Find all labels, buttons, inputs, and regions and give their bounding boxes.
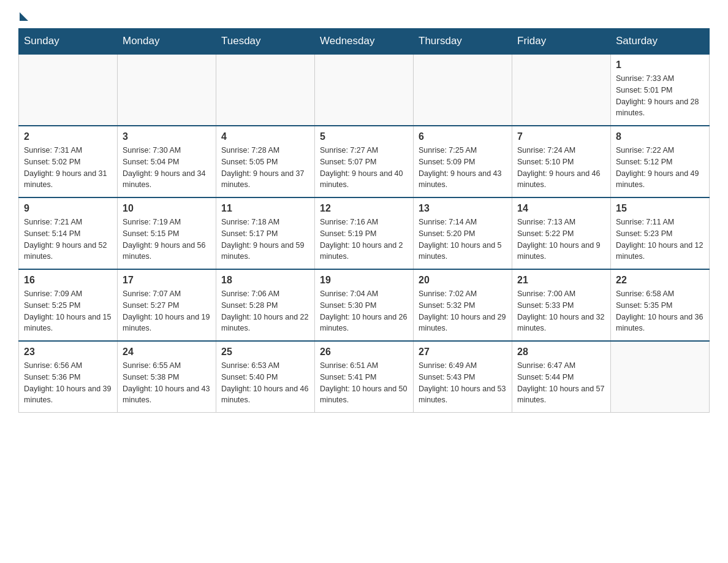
day-number: 9 [24, 203, 112, 214]
calendar-week-1: 1Sunrise: 7:33 AMSunset: 5:01 PMDaylight… [19, 54, 710, 126]
calendar-cell: 20Sunrise: 7:02 AMSunset: 5:32 PMDayligh… [414, 269, 512, 341]
logo-arrow-icon [20, 12, 28, 21]
calendar-cell: 2Sunrise: 7:31 AMSunset: 5:02 PMDaylight… [19, 126, 118, 197]
day-number: 17 [123, 275, 211, 286]
calendar-cell: 14Sunrise: 7:13 AMSunset: 5:22 PMDayligh… [512, 197, 611, 269]
header-day-tuesday: Tuesday [216, 29, 315, 55]
day-info: Sunrise: 7:02 AMSunset: 5:32 PMDaylight:… [419, 288, 507, 334]
day-info: Sunrise: 7:22 AMSunset: 5:12 PMDaylight:… [616, 145, 704, 191]
day-number: 14 [517, 203, 605, 214]
calendar-cell: 11Sunrise: 7:18 AMSunset: 5:17 PMDayligh… [216, 197, 315, 269]
day-info: Sunrise: 7:14 AMSunset: 5:20 PMDaylight:… [419, 216, 507, 262]
day-info: Sunrise: 7:16 AMSunset: 5:19 PMDaylight:… [320, 216, 408, 262]
day-number: 4 [221, 131, 309, 142]
day-info: Sunrise: 6:49 AMSunset: 5:43 PMDaylight:… [419, 360, 507, 406]
day-info: Sunrise: 7:09 AMSunset: 5:25 PMDaylight:… [24, 288, 112, 334]
calendar-cell: 17Sunrise: 7:07 AMSunset: 5:27 PMDayligh… [118, 269, 216, 341]
header-day-wednesday: Wednesday [315, 29, 414, 55]
calendar-cell: 16Sunrise: 7:09 AMSunset: 5:25 PMDayligh… [19, 269, 118, 341]
day-number: 19 [320, 275, 408, 286]
calendar-cell [216, 54, 315, 126]
header-row: SundayMondayTuesdayWednesdayThursdayFrid… [19, 29, 710, 55]
header-day-saturday: Saturday [611, 29, 710, 55]
day-info: Sunrise: 7:27 AMSunset: 5:07 PMDaylight:… [320, 145, 408, 191]
day-number: 10 [123, 203, 211, 214]
day-number: 3 [123, 131, 211, 142]
day-info: Sunrise: 7:28 AMSunset: 5:05 PMDaylight:… [221, 145, 309, 191]
calendar-cell: 25Sunrise: 6:53 AMSunset: 5:40 PMDayligh… [216, 341, 315, 413]
calendar-cell: 28Sunrise: 6:47 AMSunset: 5:44 PMDayligh… [512, 341, 611, 413]
day-info: Sunrise: 7:30 AMSunset: 5:04 PMDaylight:… [123, 145, 211, 191]
calendar-cell [512, 54, 611, 126]
day-number: 18 [221, 275, 309, 286]
day-info: Sunrise: 7:24 AMSunset: 5:10 PMDaylight:… [517, 145, 605, 191]
calendar-cell: 1Sunrise: 7:33 AMSunset: 5:01 PMDaylight… [611, 54, 710, 126]
day-number: 24 [123, 347, 211, 358]
day-number: 16 [24, 275, 112, 286]
calendar-cell: 3Sunrise: 7:30 AMSunset: 5:04 PMDaylight… [118, 126, 216, 197]
day-number: 5 [320, 131, 408, 142]
calendar-cell [611, 341, 710, 413]
day-number: 7 [517, 131, 605, 142]
day-info: Sunrise: 6:47 AMSunset: 5:44 PMDaylight:… [517, 360, 605, 406]
day-number: 25 [221, 347, 309, 358]
day-info: Sunrise: 7:18 AMSunset: 5:17 PMDaylight:… [221, 216, 309, 262]
day-info: Sunrise: 6:56 AMSunset: 5:36 PMDaylight:… [24, 360, 112, 406]
calendar-cell: 8Sunrise: 7:22 AMSunset: 5:12 PMDaylight… [611, 126, 710, 197]
day-number: 15 [616, 203, 704, 214]
header-day-monday: Monday [118, 29, 216, 55]
day-info: Sunrise: 6:58 AMSunset: 5:35 PMDaylight:… [616, 288, 704, 334]
day-number: 23 [24, 347, 112, 358]
day-info: Sunrise: 7:33 AMSunset: 5:01 PMDaylight:… [616, 73, 704, 119]
calendar-cell: 10Sunrise: 7:19 AMSunset: 5:15 PMDayligh… [118, 197, 216, 269]
header-day-sunday: Sunday [19, 29, 118, 55]
calendar-cell: 6Sunrise: 7:25 AMSunset: 5:09 PMDaylight… [414, 126, 512, 197]
calendar-cell: 4Sunrise: 7:28 AMSunset: 5:05 PMDaylight… [216, 126, 315, 197]
logo [18, 12, 28, 16]
calendar-cell: 18Sunrise: 7:06 AMSunset: 5:28 PMDayligh… [216, 269, 315, 341]
calendar-header: SundayMondayTuesdayWednesdayThursdayFrid… [19, 29, 710, 55]
calendar-cell [414, 54, 512, 126]
calendar-cell: 7Sunrise: 7:24 AMSunset: 5:10 PMDaylight… [512, 126, 611, 197]
header-day-friday: Friday [512, 29, 611, 55]
calendar-cell: 15Sunrise: 7:11 AMSunset: 5:23 PMDayligh… [611, 197, 710, 269]
calendar-cell: 12Sunrise: 7:16 AMSunset: 5:19 PMDayligh… [315, 197, 414, 269]
day-info: Sunrise: 6:55 AMSunset: 5:38 PMDaylight:… [123, 360, 211, 406]
day-info: Sunrise: 7:06 AMSunset: 5:28 PMDaylight:… [221, 288, 309, 334]
calendar-table: SundayMondayTuesdayWednesdayThursdayFrid… [18, 28, 710, 413]
calendar-cell: 22Sunrise: 6:58 AMSunset: 5:35 PMDayligh… [611, 269, 710, 341]
day-info: Sunrise: 7:25 AMSunset: 5:09 PMDaylight:… [419, 145, 507, 191]
day-number: 2 [24, 131, 112, 142]
day-number: 1 [616, 59, 704, 71]
day-info: Sunrise: 6:51 AMSunset: 5:41 PMDaylight:… [320, 360, 408, 406]
calendar-cell: 27Sunrise: 6:49 AMSunset: 5:43 PMDayligh… [414, 341, 512, 413]
calendar-cell: 13Sunrise: 7:14 AMSunset: 5:20 PMDayligh… [414, 197, 512, 269]
calendar-cell: 5Sunrise: 7:27 AMSunset: 5:07 PMDaylight… [315, 126, 414, 197]
day-info: Sunrise: 7:07 AMSunset: 5:27 PMDaylight:… [123, 288, 211, 334]
calendar-cell: 19Sunrise: 7:04 AMSunset: 5:30 PMDayligh… [315, 269, 414, 341]
calendar-cell: 24Sunrise: 6:55 AMSunset: 5:38 PMDayligh… [118, 341, 216, 413]
calendar-week-5: 23Sunrise: 6:56 AMSunset: 5:36 PMDayligh… [19, 341, 710, 413]
calendar-cell [118, 54, 216, 126]
day-info: Sunrise: 7:13 AMSunset: 5:22 PMDaylight:… [517, 216, 605, 262]
calendar-cell: 9Sunrise: 7:21 AMSunset: 5:14 PMDaylight… [19, 197, 118, 269]
day-number: 21 [517, 275, 605, 286]
day-number: 20 [419, 275, 507, 286]
logo-general-text [18, 12, 28, 18]
day-number: 28 [517, 347, 605, 358]
calendar-week-3: 9Sunrise: 7:21 AMSunset: 5:14 PMDaylight… [19, 197, 710, 269]
page-header [18, 12, 710, 16]
day-number: 27 [419, 347, 507, 358]
calendar-cell: 26Sunrise: 6:51 AMSunset: 5:41 PMDayligh… [315, 341, 414, 413]
calendar-week-2: 2Sunrise: 7:31 AMSunset: 5:02 PMDaylight… [19, 126, 710, 197]
day-info: Sunrise: 7:00 AMSunset: 5:33 PMDaylight:… [517, 288, 605, 334]
day-number: 26 [320, 347, 408, 358]
day-info: Sunrise: 7:19 AMSunset: 5:15 PMDaylight:… [123, 216, 211, 262]
day-info: Sunrise: 7:11 AMSunset: 5:23 PMDaylight:… [616, 216, 704, 262]
day-info: Sunrise: 7:31 AMSunset: 5:02 PMDaylight:… [24, 145, 112, 191]
day-number: 6 [419, 131, 507, 142]
day-number: 8 [616, 131, 704, 142]
day-number: 11 [221, 203, 309, 214]
day-info: Sunrise: 7:04 AMSunset: 5:30 PMDaylight:… [320, 288, 408, 334]
day-number: 13 [419, 203, 507, 214]
